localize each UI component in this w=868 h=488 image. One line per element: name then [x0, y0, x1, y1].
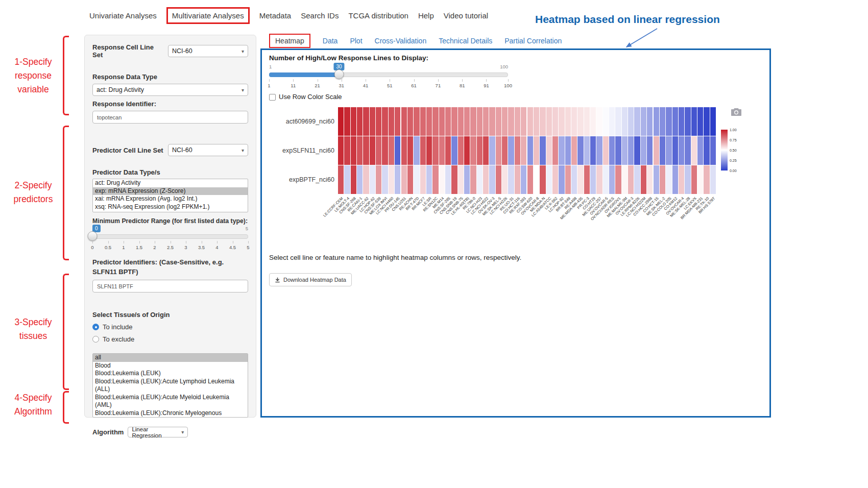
heatmap-cell[interactable] [502, 165, 508, 194]
heatmap-cell[interactable] [615, 165, 621, 194]
heatmap-cell[interactable] [540, 165, 545, 194]
response-data-type-select[interactable]: act: Drug Activity ▾ [92, 84, 248, 96]
heatmap-cell[interactable] [628, 136, 634, 165]
predictor-identifiers-input[interactable] [92, 280, 248, 292]
heatmap-cell[interactable] [508, 136, 514, 165]
heatmap-cell[interactable] [458, 165, 464, 194]
heatmap-cell[interactable] [407, 136, 413, 165]
tissue-option-blood-leukemia-leuk-acute-myeloid-leukemia-aml[interactable]: Blood:Leukemia (LEUK):Acute Myeloid Leuk… [93, 394, 248, 409]
heatmap-cell[interactable] [407, 165, 413, 194]
heatmap-cell[interactable] [420, 136, 426, 165]
response-identifier-input[interactable] [92, 111, 248, 124]
lines-slider-handle[interactable] [334, 69, 344, 79]
heatmap-cell[interactable] [710, 107, 716, 136]
heatmap-cell[interactable] [559, 165, 564, 194]
row-color-scale-checkbox[interactable]: Use Row Color Scale [269, 93, 342, 101]
nav-item-metadata[interactable]: Metadata [259, 11, 292, 20]
heatmap-cell[interactable] [357, 165, 363, 194]
heatmap-cell[interactable] [534, 107, 539, 136]
heatmap-cell[interactable] [615, 136, 621, 165]
tissue-option-blood-leukemia-leuk-chronic-myelogenous-leukemia-cml[interactable]: Blood:Leukemia (LEUK):Chronic Myelogenou… [93, 409, 248, 418]
heatmap-cell[interactable] [363, 136, 369, 165]
nav-item-tcga-distribution[interactable]: TCGA distribution [348, 11, 408, 20]
heatmap-cell[interactable] [502, 107, 508, 136]
heatmap-cell[interactable] [521, 107, 526, 136]
heatmap-cell[interactable] [641, 136, 646, 165]
predictor-data-type-option-exp-mrna-expression-z-score[interactable]: exp: mRNA Expression (Z-Score) [93, 187, 248, 196]
heatmap-cell[interactable] [584, 136, 590, 165]
heatmap-cell[interactable] [584, 165, 590, 194]
heatmap-cell[interactable] [666, 165, 671, 194]
heatmap-cell[interactable] [420, 165, 426, 194]
heatmap-cell[interactable] [634, 107, 640, 136]
heatmap-cell[interactable] [470, 165, 476, 194]
nav-item-help[interactable]: Help [418, 11, 434, 20]
tissue-option-blood-leukemia-leuk-acute-lymphoid-leukemia-all[interactable]: Blood:Leukemia (LEUK):Acute Lymphoid Leu… [93, 378, 248, 394]
heatmap-cell[interactable] [470, 136, 476, 165]
heatmap-cell[interactable] [508, 107, 514, 136]
tissue-include-radio[interactable]: To include [92, 323, 248, 331]
heatmap-cell[interactable] [704, 165, 709, 194]
heatmap-cell[interactable] [439, 136, 445, 165]
heatmap-cell[interactable] [432, 107, 438, 136]
heatmap-cell[interactable] [363, 107, 369, 136]
heatmap-cell[interactable] [363, 165, 369, 194]
min-range-slider-handle[interactable] [88, 231, 98, 241]
heatmap-cell[interactable] [458, 107, 464, 136]
tissue-exclude-radio[interactable]: To exclude [92, 335, 248, 343]
heatmap-cell[interactable] [603, 107, 609, 136]
heatmap-cell[interactable] [571, 165, 577, 194]
predictor-cell-line-set-select[interactable]: NCI-60 ▾ [168, 144, 248, 156]
heatmap-cell[interactable] [679, 165, 684, 194]
predictor-data-type-option-xsq-rna-seq-expression-log2-fpkm-1[interactable]: xsq: RNA-seq Expression (log2 FPKM+1.) [93, 203, 248, 211]
heatmap-cell[interactable] [590, 107, 596, 136]
heatmap-cell[interactable] [534, 136, 539, 165]
heatmap-cell[interactable] [577, 136, 583, 165]
heatmap-cell[interactable] [577, 165, 583, 194]
tab-heatmap[interactable]: Heatmap [269, 34, 310, 48]
heatmap-cell[interactable] [389, 107, 394, 136]
heatmap-cell[interactable] [679, 136, 684, 165]
heatmap-cell[interactable] [370, 107, 375, 136]
heatmap-cell[interactable] [489, 136, 495, 165]
predictor-data-type-option-xai-mrna-expression-avg-log2-int[interactable]: xai: mRNA Expression (Avg. log2 Int.) [93, 195, 248, 203]
nav-item-multivariate-analyses[interactable]: Multivariate Analyses [166, 7, 250, 24]
heatmap-cell[interactable] [376, 107, 381, 136]
heatmap-cell[interactable] [666, 107, 671, 136]
nav-item-search-ids[interactable]: Search IDs [301, 11, 339, 20]
heatmap-cell[interactable] [704, 107, 709, 136]
heatmap-cell[interactable] [628, 107, 634, 136]
heatmap-cell[interactable] [414, 107, 419, 136]
heatmap-cell[interactable] [451, 136, 457, 165]
heatmap-cell[interactable] [338, 136, 344, 165]
heatmap-cell[interactable] [370, 165, 375, 194]
heatmap-cell[interactable] [710, 136, 716, 165]
algorithm-select[interactable]: Linear Regression ▾ [128, 427, 188, 437]
heatmap-cell[interactable] [432, 136, 438, 165]
heatmap-cell[interactable] [710, 165, 716, 194]
camera-icon[interactable] [731, 108, 741, 116]
heatmap-cell[interactable] [420, 107, 426, 136]
heatmap-cell[interactable] [666, 136, 671, 165]
heatmap-cell[interactable] [432, 165, 438, 194]
heatmap-row-label-expslfn11-nci60[interactable]: expSLFN11_nci60 [269, 147, 334, 154]
heatmap-cell[interactable] [445, 136, 451, 165]
download-heatmap-data-button[interactable]: Download Heatmap Data [269, 273, 352, 286]
heatmap-cell[interactable] [654, 165, 659, 194]
heatmap-cell[interactable] [571, 136, 577, 165]
heatmap-cell[interactable] [344, 165, 350, 194]
heatmap-cell[interactable] [565, 165, 571, 194]
heatmap-cell[interactable] [634, 136, 640, 165]
heatmap-cell[interactable] [407, 107, 413, 136]
heatmap-cell[interactable] [502, 136, 508, 165]
heatmap-cell[interactable] [565, 136, 571, 165]
heatmap-cell[interactable] [697, 165, 703, 194]
heatmap-cell[interactable] [470, 107, 476, 136]
heatmap-cell[interactable] [584, 107, 590, 136]
heatmap-cell[interactable] [357, 107, 363, 136]
heatmap-cell[interactable] [534, 165, 539, 194]
heatmap-cell[interactable] [439, 107, 445, 136]
heatmap-cell[interactable] [615, 107, 621, 136]
tab-plot[interactable]: Plot [350, 37, 362, 45]
heatmap-cell[interactable] [540, 136, 545, 165]
